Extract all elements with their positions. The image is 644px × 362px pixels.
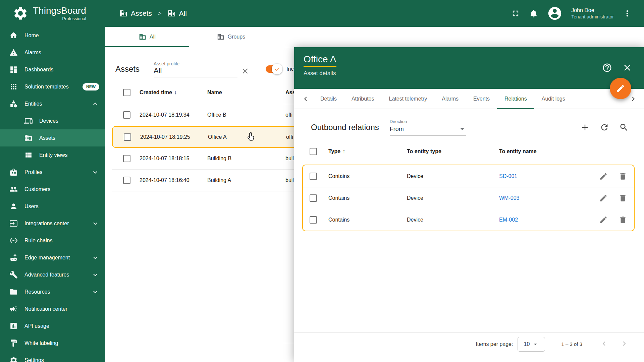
edit-fab-button[interactable] — [610, 78, 631, 99]
previous-page-button[interactable] — [600, 339, 608, 349]
refresh-icon[interactable] — [600, 123, 609, 132]
help-icon[interactable] — [602, 63, 612, 73]
asset-profile-cell: offi — [285, 112, 292, 118]
include-toggle[interactable] — [266, 65, 281, 73]
clear-filter-icon[interactable] — [241, 67, 250, 75]
column-name[interactable]: Name — [207, 89, 222, 96]
sidebar-item-rule-chains[interactable]: Rule chains — [0, 232, 105, 249]
row-checkbox[interactable] — [310, 216, 317, 224]
row-checkbox[interactable] — [310, 194, 317, 202]
sidebar-item-advanced-features[interactable]: Advanced features — [0, 266, 105, 283]
row-actions — [587, 172, 627, 181]
customers-icon — [9, 185, 18, 193]
chevron-down-icon — [91, 271, 99, 279]
select-all-relations-checkbox[interactable] — [310, 148, 317, 155]
row-checkbox[interactable] — [310, 173, 317, 180]
panel-title[interactable]: Office A — [304, 54, 336, 67]
chevron-left-icon — [301, 95, 310, 103]
sidebar-item-alarms[interactable]: Alarms — [0, 44, 105, 61]
sidebar-item-entity-views[interactable]: Entity views — [0, 146, 105, 164]
asset-profile-filter[interactable]: Asset profile All — [154, 61, 237, 77]
sidebar-item-edge-management[interactable]: Edge management — [0, 249, 105, 266]
sidebar-item-label: Profiles — [24, 169, 42, 175]
to-entity-name-link[interactable]: SD-001 — [499, 173, 587, 179]
edit-relation-icon[interactable] — [599, 172, 608, 181]
row-checkbox[interactable] — [124, 133, 131, 141]
tab-audit-logs[interactable]: Audit logs — [534, 89, 573, 109]
chevron-down-icon — [91, 220, 99, 228]
sidebar-item-users[interactable]: Users — [0, 198, 105, 215]
column-to-entity-type[interactable]: To entity type — [407, 148, 499, 155]
relations-table-head: Type↑ To entity type To entity name — [302, 142, 635, 161]
next-page-button[interactable] — [620, 339, 629, 349]
tab-events[interactable]: Events — [466, 89, 497, 109]
sidebar-item-settings[interactable]: Settings — [0, 352, 105, 362]
fullscreen-icon[interactable] — [511, 9, 520, 18]
delete-relation-icon[interactable] — [619, 194, 627, 202]
tab-all[interactable]: All — [105, 27, 189, 47]
edit-relation-icon[interactable] — [599, 194, 608, 202]
breadcrumb-assets[interactable]: Assets — [131, 9, 152, 17]
sidebar-item-home[interactable]: Home — [0, 27, 105, 44]
tab-groups[interactable]: Groups — [189, 27, 273, 47]
dashboards-icon — [9, 65, 18, 74]
user-info[interactable]: John Doe Tenant administrator — [571, 7, 614, 20]
sidebar-item-white-labeling[interactable]: White labeling — [0, 335, 105, 352]
sidebar-item-devices[interactable]: Devices — [0, 112, 105, 129]
sidebar-item-customers[interactable]: Customers — [0, 181, 105, 198]
select-all-checkbox[interactable] — [123, 89, 130, 96]
more-menu-icon[interactable] — [623, 9, 632, 18]
table-row-office-b[interactable]: 2024-10-07 18:19:34 Office B offi — [112, 104, 301, 126]
row-checkbox[interactable] — [123, 155, 130, 162]
app-name: ThingsBoard — [33, 6, 86, 16]
add-relation-icon[interactable] — [580, 123, 590, 132]
sidebar-item-entities[interactable]: Entities — [0, 95, 105, 112]
row-checkbox[interactable] — [123, 111, 130, 119]
column-type[interactable]: Type↑ — [328, 148, 407, 155]
sidebar-item-notification-center[interactable]: Notification center — [0, 300, 105, 317]
breadcrumb-all[interactable]: All — [179, 9, 187, 17]
delete-relation-icon[interactable] — [619, 172, 627, 181]
relation-row-wm-003[interactable]: Contains Device WM-003 — [303, 187, 634, 209]
column-asset-profile[interactable]: Ass — [285, 89, 295, 96]
tab-attributes[interactable]: Attributes — [344, 89, 382, 109]
sidebar-item-integrations-center[interactable]: Integrations center — [0, 215, 105, 232]
table-row-building-b[interactable]: 2024-10-07 18:18:15 Building B buil — [112, 148, 301, 170]
close-icon[interactable] — [622, 63, 632, 73]
sidebar-item-assets[interactable]: Assets — [0, 129, 105, 146]
to-entity-name-link[interactable]: EM-002 — [499, 217, 587, 223]
sidebar-item-resources[interactable]: Resources — [0, 283, 105, 300]
table-row-building-a[interactable]: 2024-10-07 18:16:40 Building A buil — [112, 170, 301, 191]
row-checkbox[interactable] — [123, 177, 130, 184]
edit-relation-icon[interactable] — [599, 216, 608, 224]
sidebar-item-api-usage[interactable]: API usage — [0, 317, 105, 335]
devices-icon — [24, 117, 33, 125]
column-created-time[interactable]: Created time↓ — [140, 89, 177, 96]
solution-templates-icon — [9, 82, 18, 91]
delete-relation-icon[interactable] — [619, 216, 627, 224]
tab-relations[interactable]: Relations — [497, 89, 534, 109]
sidebar-item-label: Advanced features — [24, 272, 69, 278]
relation-row-em-002[interactable]: Contains Device EM-002 — [303, 209, 634, 231]
sort-desc-icon: ↓ — [174, 89, 177, 95]
sidebar-item-profiles[interactable]: Profiles — [0, 164, 105, 181]
relation-row-sd-001[interactable]: Contains Device SD-001 — [303, 165, 634, 187]
to-entity-type-cell: Device — [407, 217, 499, 223]
app-logo[interactable]: ThingsBoard Professional — [0, 0, 105, 27]
relations-highlight-box: Contains Device SD-001 Contains Device W… — [302, 165, 635, 231]
relations-heading: Outbound relations — [311, 123, 379, 132]
direction-select[interactable]: Direction From — [390, 119, 466, 136]
tab-latest-telemetry[interactable]: Latest telemetry — [382, 89, 435, 109]
search-icon[interactable] — [619, 123, 629, 132]
table-row-office-a[interactable]: 2024-10-07 18:19:25 Office A offi — [112, 126, 301, 148]
items-per-page-select[interactable]: 10 — [518, 337, 545, 352]
sidebar-item-solution-templates[interactable]: Solution templates NEW — [0, 78, 105, 95]
notifications-bell-icon[interactable] — [529, 9, 538, 18]
tabs-scroll-left[interactable] — [298, 89, 313, 109]
to-entity-name-link[interactable]: WM-003 — [499, 195, 587, 201]
tab-details[interactable]: Details — [313, 89, 344, 109]
sidebar-item-dashboards[interactable]: Dashboards — [0, 61, 105, 78]
user-avatar[interactable] — [547, 6, 562, 21]
column-to-entity-name[interactable]: To entity name — [499, 148, 587, 155]
tab-alarms[interactable]: Alarms — [434, 89, 466, 109]
